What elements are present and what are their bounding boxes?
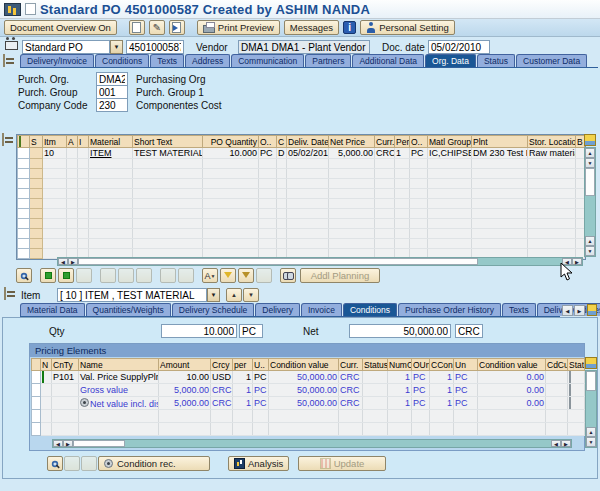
previous-item-button[interactable]: ▲ xyxy=(226,288,242,302)
scroll-thumb[interactable] xyxy=(585,168,595,196)
status-cell[interactable] xyxy=(363,384,388,397)
column-header-material[interactable]: Material xyxy=(89,136,133,148)
cdcur-cell[interactable] xyxy=(546,371,568,384)
display-change-icon[interactable]: ✎ xyxy=(149,20,165,35)
company-code-field[interactable] xyxy=(96,98,128,112)
scroll-page-down-icon[interactable]: ▼ xyxy=(585,158,595,168)
qty-field[interactable] xyxy=(161,324,237,338)
col-per[interactable]: per xyxy=(233,359,253,371)
status-led-cell[interactable] xyxy=(41,371,52,384)
row-selector[interactable] xyxy=(18,249,30,259)
c-cell[interactable]: D xyxy=(277,148,287,159)
ccon-cell[interactable]: 1 xyxy=(430,397,454,410)
row-selector[interactable] xyxy=(32,384,41,397)
amount-cell[interactable]: 5,000.00 xyxy=(159,384,211,397)
col-u[interactable]: U.. xyxy=(253,359,269,371)
tab-customer-data[interactable]: Customer Data xyxy=(516,54,587,67)
tab-invoice[interactable]: Invoice xyxy=(301,303,342,316)
cdcur-cell[interactable] xyxy=(546,384,568,397)
tab-scroll-right-icon[interactable]: ▶ xyxy=(574,305,585,316)
scroll-right-icon[interactable]: ▶ xyxy=(68,258,78,265)
column-header-i[interactable]: I xyxy=(78,136,89,148)
condition-value2-cell[interactable]: 0.00 xyxy=(478,371,546,384)
unit-cell[interactable]: PC xyxy=(253,384,269,397)
vendor-field[interactable] xyxy=(238,40,370,54)
row-selector[interactable] xyxy=(18,179,30,189)
scroll-down-icon[interactable]: ▼ xyxy=(585,246,595,256)
other-document-icon[interactable] xyxy=(169,20,185,35)
messages-button[interactable]: Messages xyxy=(284,20,339,35)
find-icon[interactable] xyxy=(280,268,296,283)
column-header-opu[interactable]: O.. xyxy=(410,136,428,148)
addl-planning-button[interactable]: Addl Planning xyxy=(300,268,380,283)
material-link[interactable]: ITEM xyxy=(89,148,133,159)
col-numc[interactable]: NumC xyxy=(388,359,412,371)
pricing-settings-icon[interactable] xyxy=(585,357,597,369)
name-cell[interactable]: Gross value xyxy=(79,384,159,397)
a-cell[interactable] xyxy=(67,148,78,159)
numc-cell[interactable]: 1 xyxy=(388,371,412,384)
scroll-up-icon[interactable]: ▲ xyxy=(585,148,595,158)
crcy-cell[interactable]: CRC xyxy=(211,384,233,397)
cnty-cell[interactable]: P101 xyxy=(52,371,79,384)
column-header-stor-location[interactable]: Stor. Location xyxy=(528,136,576,148)
col-cdcur[interactable]: CdCur xyxy=(546,359,568,371)
curr-cell[interactable]: CRC xyxy=(339,371,363,384)
column-header-matl-group[interactable]: Matl Group xyxy=(428,136,472,148)
row-selector[interactable] xyxy=(18,199,30,209)
item-dropdown-icon[interactable]: ▼ xyxy=(207,288,220,302)
col-stat[interactable]: Stat xyxy=(568,359,585,371)
numc-cell[interactable]: 1 xyxy=(388,397,412,410)
po-quantity-cell[interactable]: 10.000 xyxy=(203,148,259,159)
column-header-deliv-date[interactable]: Deliv. Date xyxy=(287,136,329,148)
next-item-button[interactable]: ▼ xyxy=(243,288,259,302)
tab-partners[interactable]: Partners xyxy=(305,54,351,67)
filter-delete-icon[interactable] xyxy=(238,268,254,283)
row-selector[interactable] xyxy=(18,189,30,199)
select-all-header[interactable] xyxy=(18,136,30,148)
tab-delivery-schedule[interactable]: Delivery Schedule xyxy=(172,303,255,316)
analysis-button[interactable]: Analysis xyxy=(228,456,289,471)
scroll-thumb[interactable] xyxy=(586,371,596,391)
status-cell[interactable] xyxy=(30,148,43,159)
tab-status[interactable]: Status xyxy=(477,54,515,67)
doc-type-dropdown-icon[interactable]: ▼ xyxy=(110,40,123,54)
doc-date-field[interactable] xyxy=(428,40,490,54)
short-text-cell[interactable]: TEST MATERIAL xyxy=(133,148,203,159)
column-header-short-text[interactable]: Short Text xyxy=(133,136,203,148)
row-selector[interactable] xyxy=(18,219,30,229)
condition-value2-cell[interactable]: 0.00 xyxy=(478,384,546,397)
qty-unit-field[interactable]: PC xyxy=(239,324,263,338)
tab-delivery-invoice[interactable]: Delivery/Invoice xyxy=(20,54,94,67)
row-selector[interactable] xyxy=(18,229,30,239)
item-combo[interactable]: [ 10 ] ITEM , TEST MATERIAL xyxy=(57,288,207,302)
status-led-cell[interactable] xyxy=(41,384,52,397)
cnty-cell[interactable] xyxy=(52,384,79,397)
tab-material-data[interactable]: Material Data xyxy=(20,303,85,316)
name-cell[interactable]: Net value incl. disc xyxy=(79,397,159,410)
scroll-right-icon[interactable]: ▶ xyxy=(572,258,582,265)
itm-cell[interactable]: 10 xyxy=(43,148,67,159)
scroll-page-up-icon[interactable]: ▲ xyxy=(586,427,596,437)
column-header-oun[interactable]: O.. xyxy=(259,136,277,148)
scroll-thumb[interactable] xyxy=(73,440,125,447)
tab-communication[interactable]: Communication xyxy=(231,54,304,67)
net-price-cell[interactable]: 5,000.00 xyxy=(329,148,375,159)
col-un[interactable]: Un xyxy=(454,359,478,371)
update-button[interactable]: Update xyxy=(298,456,386,471)
numc-cell[interactable]: 1 xyxy=(388,384,412,397)
i-cell[interactable] xyxy=(78,148,89,159)
col-condition-value2[interactable]: Condition value xyxy=(478,359,546,371)
net-unit-field[interactable]: CRC xyxy=(455,324,483,338)
condition-detail-button[interactable] xyxy=(47,456,63,471)
tab-scroll-left-icon[interactable]: ◀ xyxy=(562,305,573,316)
stat-cell[interactable] xyxy=(568,397,585,410)
table-settings-icon[interactable] xyxy=(584,134,596,146)
col-cnty[interactable]: CnTy xyxy=(52,359,79,371)
net-field[interactable] xyxy=(349,324,451,338)
per-unit-cell[interactable]: PC xyxy=(410,148,428,159)
oun-cell[interactable]: PC xyxy=(412,384,430,397)
window-menu-icon[interactable] xyxy=(25,3,36,15)
status-led-cell[interactable] xyxy=(41,397,52,410)
pricing-hscrollbar[interactable]: ◀ ▶ ◀ ▶ xyxy=(52,439,572,448)
